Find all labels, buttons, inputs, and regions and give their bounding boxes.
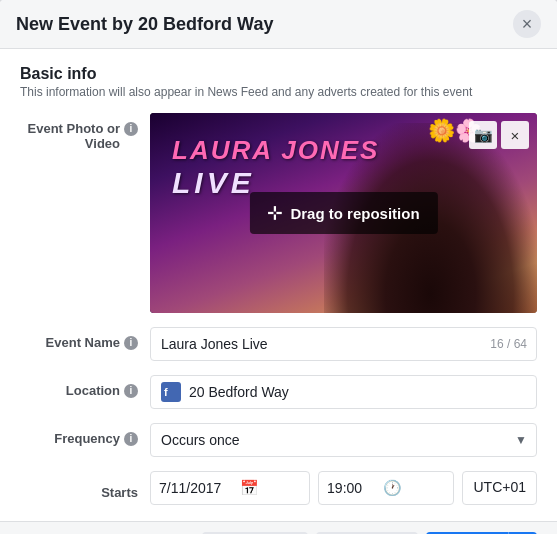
event-name-info-icon[interactable]: i — [124, 336, 138, 350]
photo-label: Event Photo or Video i — [20, 113, 150, 151]
modal-close-button[interactable]: × — [513, 10, 541, 38]
event-name-input-wrap: 16 / 64 — [150, 327, 537, 361]
frequency-info-icon[interactable]: i — [124, 432, 138, 446]
frequency-select[interactable]: Occurs once Daily Weekly Custom — [150, 423, 537, 457]
starts-date-wrap: 📅 — [150, 471, 310, 505]
frequency-content: Occurs once Daily Weekly Custom ▼ — [150, 423, 537, 457]
photo-text-overlay: LAURA JONES LIVE — [172, 135, 379, 200]
location-input[interactable] — [189, 384, 526, 400]
starts-time-wrap: 🕐 — [318, 471, 454, 505]
clock-icon: 🕐 — [383, 479, 402, 497]
map-icon: f — [161, 382, 181, 402]
photo-camera-button[interactable]: 📷 — [469, 121, 497, 149]
starts-time-input[interactable] — [327, 480, 377, 496]
event-name-input[interactable] — [150, 327, 537, 361]
svg-text:f: f — [164, 386, 168, 398]
modal-title: New Event by 20 Bedford Way — [16, 14, 273, 35]
location-input-wrap: f — [150, 375, 537, 409]
photo-row: Event Photo or Video i 🌼🌸 LAURA JONES — [20, 113, 537, 313]
modal-body: Basic info This information will also ap… — [0, 49, 557, 521]
starts-label: Starts — [20, 477, 150, 500]
frequency-select-wrap: Occurs once Daily Weekly Custom ▼ — [150, 423, 537, 457]
timezone-display: UTC+01 — [462, 471, 537, 505]
location-info-icon[interactable]: i — [124, 384, 138, 398]
event-name-row: Event Name i 16 / 64 — [20, 327, 537, 361]
photo-remove-button[interactable]: × — [501, 121, 529, 149]
location-row: Location i f — [20, 375, 537, 409]
photo-actions: 📷 × — [469, 121, 529, 149]
section-title: Basic info — [20, 65, 537, 83]
photo-content: 🌼🌸 LAURA JONES LIVE ⊹ Drag to reposition — [150, 113, 537, 313]
photo-info-icon[interactable]: i — [124, 122, 138, 136]
location-content: f — [150, 375, 537, 409]
event-name-char-count: 16 / 64 — [490, 337, 527, 351]
photo-container[interactable]: 🌼🌸 LAURA JONES LIVE ⊹ Drag to reposition — [150, 113, 537, 313]
overlay-line1: LAURA JONES — [172, 135, 379, 166]
event-name-label: Event Name i — [20, 327, 150, 350]
overlay-line2: LIVE — [172, 166, 379, 200]
close-icon: × — [511, 127, 520, 144]
modal-footer: Boost Post Save Draft Publish ▼ — [0, 521, 557, 534]
camera-icon: 📷 — [474, 126, 493, 144]
new-event-modal: New Event by 20 Bedford Way × Basic info… — [0, 0, 557, 534]
starts-fields: 📅 🕐 UTC+01 — [150, 471, 537, 505]
modal-header: New Event by 20 Bedford Way × — [0, 0, 557, 49]
section-subtitle: This information will also appear in New… — [20, 85, 537, 99]
starts-row: Starts 📅 🕐 UTC+01 — [20, 471, 537, 505]
frequency-row: Frequency i Occurs once Daily Weekly Cus… — [20, 423, 537, 457]
event-name-content: 16 / 64 — [150, 327, 537, 361]
calendar-icon: 📅 — [240, 479, 259, 497]
frequency-label: Frequency i — [20, 423, 150, 446]
starts-date-input[interactable] — [159, 480, 234, 496]
location-label: Location i — [20, 375, 150, 398]
